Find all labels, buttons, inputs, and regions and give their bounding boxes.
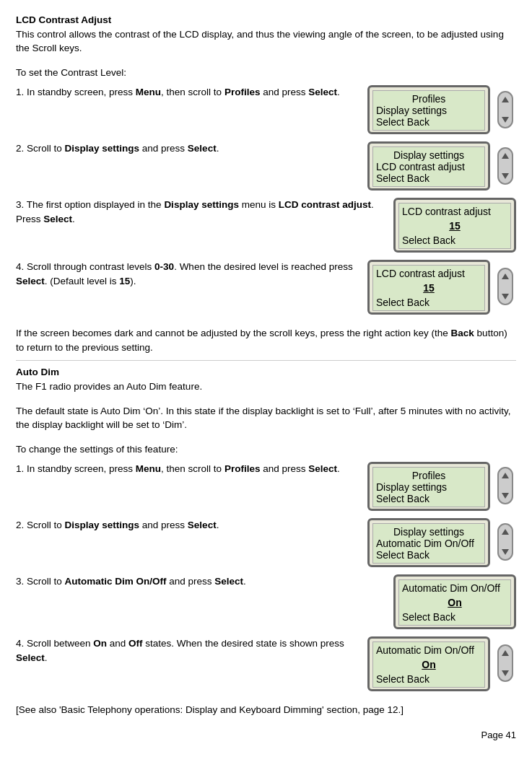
scroll-arrows-icon-ad2 — [494, 520, 516, 564]
contrast-step-1: 1. In standby screen, press Menu, then s… — [16, 85, 516, 134]
phone-screen-ad1: Profiles Display settings Select Back — [367, 462, 490, 511]
contrast-step-2: 2. Scroll to Display settings and press … — [16, 141, 516, 191]
contrast-step-4: 4. Scroll through contrast levels 0-30. … — [16, 260, 516, 315]
autodim-step-3: 3. Scroll to Automatic Dim On/Off and pr… — [16, 574, 516, 629]
phone-side-icon-ad4 — [494, 642, 516, 687]
scroll-note: If the screen becomes dark and cannot be… — [16, 326, 516, 354]
section-lcd-contrast: LCD Contrast Adjust This control allows … — [16, 13, 516, 743]
phone-screen-ad2: Display settings Automatic Dim On/Off Se… — [367, 518, 490, 567]
contrast-intro: To set the Contrast Level: — [16, 66, 516, 80]
phone-screen-1: Profiles Display settings Select Back — [367, 85, 490, 134]
phone-screen-ad4: Automatic Dim On/Off On Select Back — [367, 636, 490, 691]
section-title: LCD Contrast Adjust This control allows … — [16, 13, 516, 56]
phone-side-icon-ad1 — [494, 464, 516, 509]
auto-dim-change: To change the settings of this feature: — [16, 442, 516, 457]
phone-screen-4: LCD contrast adjust 15 Select Back — [367, 260, 490, 315]
phone-side-icon-1 — [494, 88, 516, 131]
phone-side-icon-4 — [494, 265, 516, 310]
auto-dim-title: Auto Dim The F1 radio provides an Auto D… — [16, 365, 516, 393]
phone-side-icon-ad2 — [494, 520, 516, 566]
scroll-arrows-icon-2 — [494, 144, 516, 188]
autodim-step-1: 1. In standby screen, press Menu, then s… — [16, 462, 516, 511]
scroll-arrows-icon-4 — [494, 265, 516, 308]
scroll-arrows-icon-ad4 — [494, 642, 516, 685]
phone-screen-3: LCD contrast adjust 15 Select Back — [393, 198, 516, 253]
phone-screen-2: Display settings LCD contrast adjust Sel… — [367, 141, 490, 191]
contrast-step-3: 3. The first option displayed in the Dis… — [16, 198, 516, 253]
autodim-step-4: 4. Scroll between On and Off states. Whe… — [16, 636, 516, 691]
scroll-arrows-icon — [494, 88, 516, 131]
see-also: [See also 'Basic Telephony operations: D… — [16, 703, 516, 717]
auto-dim-desc2: The default state is Auto Dim ‘On’. In t… — [16, 404, 516, 432]
autodim-step-2: 2. Scroll to Display settings and press … — [16, 518, 516, 567]
page-number: Page 41 — [16, 729, 516, 743]
scroll-arrows-icon-ad1 — [494, 464, 516, 507]
phone-side-icon-2 — [494, 144, 516, 188]
phone-screen-ad3: Automatic Dim On/Off On Select Back — [393, 574, 516, 629]
